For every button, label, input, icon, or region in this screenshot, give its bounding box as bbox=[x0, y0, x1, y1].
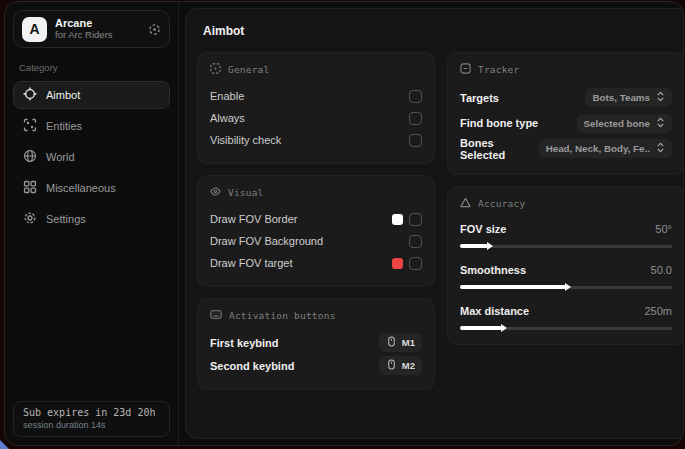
brand-text: Arcane for Arc Riders bbox=[55, 17, 140, 41]
dropdown-value: Selected bone bbox=[584, 118, 650, 129]
content-panel: Aimbot General bbox=[185, 8, 684, 439]
sidebar-item-aimbot[interactable]: Aimbot bbox=[13, 81, 170, 109]
globe-icon bbox=[23, 149, 37, 165]
keybind-value: M1 bbox=[402, 337, 415, 348]
category-label: Category bbox=[19, 62, 164, 73]
select-label: Bones Selected bbox=[460, 137, 539, 161]
gear-icon bbox=[23, 211, 37, 227]
first-keybind-button[interactable]: M1 bbox=[379, 333, 422, 352]
tracker-icon bbox=[460, 63, 471, 76]
session-duration-text: session duration 14s bbox=[23, 420, 160, 430]
find-bone-type-dropdown[interactable]: Selected bone bbox=[577, 114, 672, 133]
fov-target-color-swatch[interactable] bbox=[392, 258, 403, 269]
app-title: Arcane bbox=[55, 17, 140, 30]
keybind-value: M2 bbox=[402, 360, 415, 371]
left-column: General Enable Always Visibility check bbox=[197, 52, 435, 390]
sidebar-item-entities[interactable]: Entities bbox=[13, 112, 170, 140]
brand-card: A Arcane for Arc Riders bbox=[13, 10, 170, 48]
accuracy-header: Accuracy bbox=[478, 198, 525, 209]
select-row: Bones Selected Head, Neck, Body, Fe.. bbox=[460, 136, 672, 162]
eye-icon bbox=[210, 186, 221, 199]
activation-card: Activation buttons First keybind M1 bbox=[197, 298, 435, 390]
sidebar: A Arcane for Arc Riders Category Aimbot bbox=[5, 2, 179, 445]
enable-checkbox[interactable] bbox=[409, 90, 422, 103]
keybind-label: First keybind bbox=[210, 337, 278, 349]
slider-label: Max distance bbox=[460, 305, 529, 317]
setting-row: Enable bbox=[210, 85, 422, 107]
sidebar-item-label: Entities bbox=[46, 120, 82, 132]
mouse-icon bbox=[386, 336, 397, 349]
slider-fill bbox=[460, 285, 566, 289]
page-title: Aimbot bbox=[203, 24, 684, 38]
setting-row: Draw FOV Background bbox=[210, 230, 422, 252]
max-distance-slider[interactable] bbox=[460, 327, 672, 330]
sidebar-item-label: World bbox=[46, 151, 75, 163]
refresh-icon[interactable] bbox=[148, 23, 161, 36]
select-row: Targets Bots, Teams bbox=[460, 85, 672, 111]
slider-thumb[interactable] bbox=[487, 242, 493, 250]
slider-value: 250m bbox=[644, 305, 672, 317]
grid-icon bbox=[23, 180, 37, 196]
visual-header: Visual bbox=[228, 187, 264, 198]
chevrons-up-down-icon bbox=[656, 142, 665, 155]
keyboard-icon bbox=[210, 309, 222, 322]
sidebar-item-settings[interactable]: Settings bbox=[13, 205, 170, 233]
slider-block: Smoothness 50.0 bbox=[460, 260, 672, 289]
targets-dropdown[interactable]: Bots, Teams bbox=[585, 88, 672, 107]
keybind-row: First keybind M1 bbox=[210, 331, 422, 354]
dropdown-value: Head, Neck, Body, Fe.. bbox=[546, 143, 650, 154]
sidebar-item-world[interactable]: World bbox=[13, 143, 170, 171]
sidebar-item-label: Settings bbox=[46, 213, 86, 225]
visibility-check-checkbox[interactable] bbox=[409, 134, 422, 147]
accuracy-icon bbox=[460, 197, 471, 210]
sidebar-item-miscellaneous[interactable]: Miscellaneous bbox=[13, 174, 170, 202]
keybind-label: Second keybind bbox=[210, 360, 294, 372]
setting-label: Enable bbox=[210, 90, 244, 102]
fov-border-color-swatch[interactable] bbox=[392, 214, 403, 225]
setting-row: Draw FOV Border bbox=[210, 208, 422, 230]
sidebar-item-label: Aimbot bbox=[46, 89, 80, 101]
setting-row: Visibility check bbox=[210, 129, 422, 151]
select-label: Targets bbox=[460, 92, 499, 104]
subscription-info: Sub expires in 23d 20h session duration … bbox=[13, 401, 170, 437]
sub-expiry-text: Sub expires in 23d 20h bbox=[23, 407, 160, 418]
slider-thumb[interactable] bbox=[501, 324, 507, 332]
fov-size-slider[interactable] bbox=[460, 245, 672, 248]
setting-label: Always bbox=[210, 112, 245, 124]
right-column: Tracker Targets Bots, Teams bbox=[447, 52, 684, 390]
setting-label: Draw FOV Border bbox=[210, 213, 297, 225]
setting-row: Always bbox=[210, 107, 422, 129]
draw-fov-border-checkbox[interactable] bbox=[409, 213, 422, 226]
draw-fov-target-checkbox[interactable] bbox=[409, 257, 422, 270]
crosshair-icon bbox=[23, 87, 37, 103]
select-label: Find bone type bbox=[460, 117, 538, 129]
general-icon bbox=[210, 63, 221, 76]
tracker-card: Tracker Targets Bots, Teams bbox=[447, 52, 684, 175]
slider-fill bbox=[460, 326, 502, 330]
tracker-header: Tracker bbox=[478, 64, 519, 75]
slider-label: Smoothness bbox=[460, 264, 526, 276]
chevrons-up-down-icon bbox=[656, 91, 665, 104]
always-checkbox[interactable] bbox=[409, 112, 422, 125]
smoothness-slider[interactable] bbox=[460, 286, 672, 289]
setting-label: Draw FOV target bbox=[210, 257, 293, 269]
draw-fov-background-checkbox[interactable] bbox=[409, 235, 422, 248]
mouse-icon bbox=[386, 359, 397, 372]
setting-row: Draw FOV target bbox=[210, 252, 422, 274]
app-logo: A bbox=[22, 17, 47, 42]
activation-header: Activation buttons bbox=[229, 310, 336, 321]
second-keybind-button[interactable]: M2 bbox=[379, 356, 422, 375]
slider-block: Max distance 250m bbox=[460, 301, 672, 330]
cursor bbox=[0, 440, 9, 449]
slider-block: FOV size 50° bbox=[460, 219, 672, 248]
keybind-row: Second keybind M2 bbox=[210, 354, 422, 377]
bones-selected-dropdown[interactable]: Head, Neck, Body, Fe.. bbox=[539, 139, 672, 158]
app-subtitle: for Arc Riders bbox=[55, 30, 140, 41]
setting-label: Draw FOV Background bbox=[210, 235, 323, 247]
entities-icon bbox=[23, 118, 37, 134]
slider-value: 50° bbox=[655, 223, 672, 235]
chevrons-up-down-icon bbox=[656, 117, 665, 130]
visual-card: Visual Draw FOV Border Draw FOV Backgrou… bbox=[197, 175, 435, 287]
slider-thumb[interactable] bbox=[565, 283, 571, 291]
main-area: Aimbot General bbox=[179, 2, 684, 445]
